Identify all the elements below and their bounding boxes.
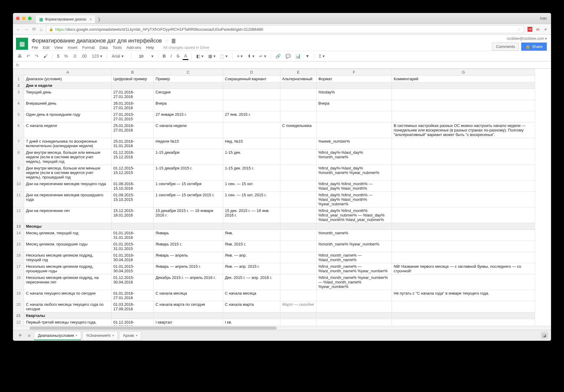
- cell[interactable]: [280, 192, 317, 207]
- h-align-button[interactable]: ≡ ▾: [235, 53, 244, 59]
- cell[interactable]: С начала текущего месяца по сегодня: [24, 290, 112, 301]
- cell[interactable]: 27.01.2015-27.01.2015: [112, 111, 154, 122]
- cell[interactable]: 1 сен. — 15 окт.: [223, 181, 280, 192]
- horizontal-scrollbar[interactable]: [13, 326, 551, 330]
- column-header-B[interactable]: B: [112, 69, 154, 76]
- cell[interactable]: Дни на пересечении лет: [24, 207, 112, 223]
- cell[interactable]: В системных настройках разных ОС можно н…: [392, 122, 535, 138]
- document-title[interactable]: Форматирование диапазонов дат для интерф…: [32, 38, 162, 44]
- cell[interactable]: Январь — апрель: [154, 252, 223, 263]
- cell[interactable]: [154, 82, 223, 89]
- row-header[interactable]: 21: [13, 312, 24, 319]
- row-header[interactable]: 15: [13, 241, 24, 252]
- cell[interactable]: [392, 223, 535, 230]
- spreadsheet-table[interactable]: ABCDEFG1Диапазон (условие)Цифровой приме…: [13, 69, 535, 326]
- cell[interactable]: %week_number%: [317, 138, 392, 149]
- cell[interactable]: 27 янв. 2015 г.: [223, 111, 280, 122]
- row-header[interactable]: 13: [13, 223, 24, 230]
- strikethrough-button[interactable]: S: [175, 53, 181, 59]
- print-icon[interactable]: 🖶: [16, 53, 23, 59]
- comment-button[interactable]: 💬: [284, 53, 292, 59]
- undo-icon[interactable]: ↶: [25, 53, 32, 59]
- cell[interactable]: Несколько месяцев целиком подряд, текущи…: [24, 252, 112, 263]
- menu-data[interactable]: Data: [99, 45, 108, 50]
- cell[interactable]: Несколько месяцев целиком подряд, на пер…: [24, 274, 112, 290]
- cell[interactable]: %month_name% %year_number%: [317, 241, 392, 252]
- cell[interactable]: 1 сентября — 15 октября: [154, 181, 223, 192]
- cell[interactable]: Дни внутри месяца, больше или меньше нед…: [24, 165, 112, 181]
- merge-button[interactable]: ⬚ ▾: [219, 53, 229, 59]
- cell[interactable]: 27 января 2015 г.: [154, 111, 223, 122]
- column-header-A[interactable]: A: [24, 69, 112, 76]
- row-header[interactable]: 19: [13, 290, 24, 301]
- cell[interactable]: С начала месяца: [154, 290, 223, 301]
- row-header[interactable]: 22: [13, 319, 24, 326]
- row-header[interactable]: 18: [13, 274, 24, 290]
- back-button[interactable]: ←: [16, 27, 20, 32]
- row-header[interactable]: 2: [13, 82, 24, 89]
- cell[interactable]: С начала марта: [223, 301, 280, 312]
- cell[interactable]: [392, 165, 535, 181]
- row-header[interactable]: 14: [13, 230, 24, 241]
- user-email[interactable]: rockbee@rockbee.com ▾: [507, 36, 547, 41]
- cell[interactable]: [317, 111, 392, 122]
- functions-button[interactable]: Σ ▾: [317, 53, 326, 59]
- cell[interactable]: Январь: [154, 230, 223, 241]
- cell[interactable]: [392, 181, 535, 192]
- row-header[interactable]: 16: [13, 252, 24, 263]
- cell[interactable]: %first_month_name% — %last_month_name% %…: [317, 263, 392, 274]
- cell[interactable]: [317, 290, 392, 301]
- row-header[interactable]: 17: [13, 263, 24, 274]
- cell[interactable]: Дни на пересечении месяцев прошедшего го…: [24, 192, 112, 207]
- cell[interactable]: Кварталы: [24, 312, 112, 319]
- cell[interactable]: 1-15 дек. 2015 г.: [223, 165, 280, 181]
- borders-button[interactable]: ▦ ▾: [207, 53, 217, 59]
- cell[interactable]: %first_month_name% %year_number% — %last…: [317, 274, 392, 290]
- cell[interactable]: Дек. 2015 г. — апр. 2016 г.: [223, 274, 280, 290]
- cell[interactable]: Январь 2015 г.: [154, 241, 223, 252]
- menu-help[interactable]: Help: [146, 45, 154, 50]
- italic-button[interactable]: I: [169, 53, 173, 59]
- row-header[interactable]: 9: [13, 165, 24, 181]
- cell[interactable]: NB! Название первого месяца — с заглавно…: [392, 263, 535, 274]
- cell[interactable]: 01.09.2016-15.10.2016: [112, 181, 154, 192]
- cell[interactable]: 7 дней с понедельника по воскресенье вкл…: [24, 138, 112, 149]
- cell[interactable]: С начала недели: [154, 122, 223, 138]
- row-header[interactable]: 6: [13, 122, 24, 138]
- cell[interactable]: [317, 301, 392, 312]
- cell[interactable]: [280, 181, 317, 192]
- cell[interactable]: 15 декабря 2015 г. — 18 января 2016 г.: [154, 207, 223, 223]
- number-format-button[interactable]: 123 ▾: [90, 53, 103, 59]
- chart-button[interactable]: 📊: [294, 53, 302, 59]
- paint-format-icon[interactable]: 🖌: [42, 53, 49, 59]
- cell[interactable]: [280, 312, 317, 319]
- cell[interactable]: %first_day% %first_month% %first_year_nu…: [317, 207, 392, 223]
- home-button[interactable]: ⌂: [40, 27, 43, 32]
- increase-decimal-button[interactable]: .00: [80, 53, 88, 59]
- cell[interactable]: 26.01.2016-27.01.2016: [112, 100, 154, 111]
- row-header[interactable]: 1: [13, 76, 24, 82]
- cell[interactable]: Неделя №15: [154, 138, 223, 149]
- cell[interactable]: Сегодня: [154, 89, 223, 100]
- cell[interactable]: [280, 274, 317, 290]
- menu-tools[interactable]: Tools: [112, 45, 121, 50]
- cell[interactable]: [392, 89, 535, 100]
- cell[interactable]: 1 сентября — 15 октября 2015 г.: [154, 192, 223, 207]
- cell[interactable]: [392, 301, 535, 312]
- column-header-E[interactable]: E: [280, 69, 317, 76]
- cell[interactable]: [392, 312, 535, 319]
- cell[interactable]: 1 сен. — 15 окт. 2015 г.: [223, 192, 280, 207]
- cell[interactable]: [112, 223, 154, 230]
- cell[interactable]: С начала недели: [24, 122, 112, 138]
- cell[interactable]: [392, 192, 535, 207]
- cell[interactable]: [392, 230, 535, 241]
- cell[interactable]: Первый-третий месяцы текущего года, цели…: [24, 319, 112, 326]
- cell[interactable]: [223, 223, 280, 230]
- cell[interactable]: [392, 138, 535, 149]
- cell[interactable]: Янв.: [223, 230, 280, 241]
- cell[interactable]: Цифровой пример: [112, 76, 154, 82]
- url-input[interactable]: 🔒 https:// docs.google.com/spreadsheets/…: [46, 25, 524, 33]
- cell[interactable]: [317, 312, 392, 319]
- cell[interactable]: %today%: [317, 89, 392, 100]
- cell[interactable]: [392, 319, 535, 326]
